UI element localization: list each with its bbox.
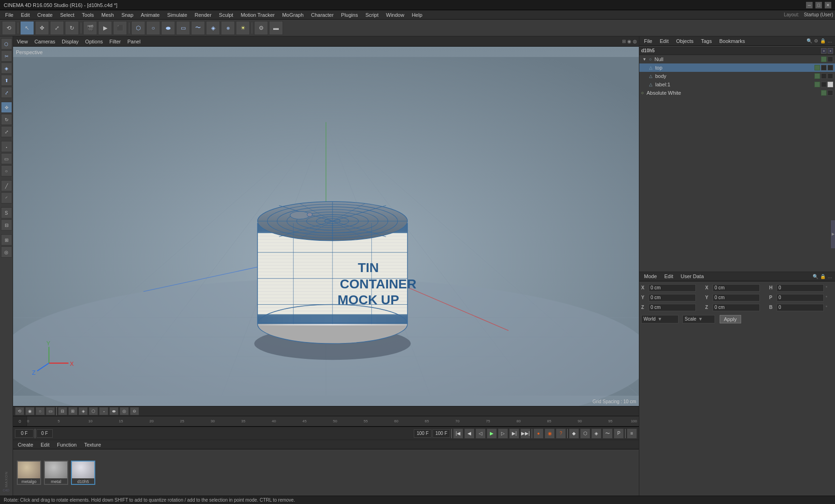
rp-tags[interactable]: Tags	[699, 38, 714, 44]
magnet-tool[interactable]: S	[1, 207, 12, 218]
p-button[interactable]: P	[614, 428, 624, 439]
render-region[interactable]: 🎬	[83, 21, 97, 35]
h-value-field[interactable]: 0	[777, 284, 824, 292]
vp-panel-menu[interactable]: Panel	[126, 38, 142, 45]
keyframe-remove[interactable]: ⬡	[580, 428, 590, 439]
rotate-mode[interactable]: ↻	[1, 114, 12, 125]
anim-tool-11[interactable]: ◎	[120, 407, 129, 415]
vp-filter-menu[interactable]: Filter	[107, 38, 122, 45]
render-view[interactable]: ▶	[98, 21, 112, 35]
step-forward-button[interactable]: ▷	[498, 428, 508, 439]
anim-tool-6[interactable]: ⊞	[68, 407, 78, 415]
tree-item-body[interactable]: △ body	[639, 72, 835, 80]
menu-file[interactable]: File	[2, 11, 17, 19]
scale-system-dropdown[interactable]: Scale ▼	[682, 315, 715, 323]
plane-primitive[interactable]: ▭	[176, 21, 190, 35]
b-value-field[interactable]: 0	[777, 304, 824, 311]
mat-edit[interactable]: Edit	[39, 441, 51, 448]
anim-tool-12[interactable]: ⊖	[130, 407, 139, 415]
menu-snap[interactable]: Snap	[118, 11, 137, 19]
cube-primitive[interactable]: ⬡	[131, 21, 145, 35]
vp-view-menu[interactable]: View	[15, 38, 30, 45]
vp-cameras-menu[interactable]: Cameras	[33, 38, 57, 45]
anim-tool-7[interactable]: ◈	[78, 407, 88, 415]
coord-system-dropdown[interactable]: World ▼	[641, 315, 679, 323]
vp-display-menu[interactable]: Display	[60, 38, 80, 45]
null-vis-tag[interactable]	[821, 56, 827, 62]
body-tag-1[interactable]	[821, 73, 827, 79]
tree-item-abswhite[interactable]: ○ Absolute White	[639, 89, 835, 97]
null-tag-1[interactable]	[828, 56, 833, 62]
close-button[interactable]: ✕	[825, 2, 831, 8]
anim-tool-2[interactable]: ◉	[25, 407, 35, 415]
anim-tool-1[interactable]: ⟲	[15, 407, 24, 415]
abswhite-vis-tag[interactable]	[821, 90, 827, 96]
mat-texture[interactable]: Texture	[82, 441, 103, 448]
rp-bookmarks[interactable]: Bookmarks	[717, 38, 747, 44]
menu-motiontracker[interactable]: Motion Tracker	[237, 11, 278, 19]
anim-tool-3[interactable]: ○	[35, 407, 45, 415]
floor-tool[interactable]: ▬	[269, 21, 283, 35]
undo-button[interactable]: ⟲	[2, 21, 16, 35]
menu-edit[interactable]: Edit	[18, 11, 33, 19]
rect-select[interactable]: ▭	[1, 153, 12, 164]
menu-tools[interactable]: Tools	[78, 11, 97, 19]
bridge-tool[interactable]: ⤤	[1, 87, 12, 98]
sy-value-field[interactable]: 0 cm	[713, 294, 760, 301]
light-tool[interactable]: ☀	[236, 21, 250, 35]
anim-tool-4[interactable]: ▭	[46, 407, 55, 415]
go-to-start-button[interactable]: |◀	[453, 428, 463, 439]
menu-mograph[interactable]: MoGraph	[279, 11, 307, 19]
sz-value-field[interactable]: 0 cm	[713, 304, 760, 311]
p-value-field[interactable]: 0	[777, 294, 824, 301]
right-panel-collapse-tab[interactable]: ▶	[830, 220, 835, 248]
key-button[interactable]: ?	[556, 428, 566, 439]
rotate-tool[interactable]: ↻	[65, 21, 79, 35]
live-select[interactable]: ⬩	[1, 141, 12, 152]
vp-options-menu[interactable]: Options	[83, 38, 105, 45]
menu-script[interactable]: Script	[362, 11, 382, 19]
draw-line[interactable]: ╱	[1, 180, 12, 191]
body-vis-tag[interactable]	[814, 73, 820, 79]
maximize-button[interactable]: □	[815, 2, 822, 8]
top-tag-2[interactable]	[828, 65, 833, 70]
menu-help[interactable]: Help	[409, 11, 426, 19]
keyframe-add[interactable]: ◆	[569, 428, 579, 439]
attr-edit[interactable]: Edit	[663, 273, 675, 280]
lattice-tool[interactable]: ⊞	[1, 234, 12, 245]
knife-tool[interactable]: ✂	[1, 50, 12, 62]
anim-tool-5[interactable]: ⊟	[58, 407, 67, 415]
top-tag-1[interactable]	[821, 65, 827, 70]
menu-animate[interactable]: Animate	[138, 11, 163, 19]
move-mode[interactable]: ✥	[1, 102, 12, 113]
step-back-button[interactable]: ◀	[464, 428, 474, 439]
tree-item-top[interactable]: △ top	[639, 63, 835, 72]
material-swatch-d10h5[interactable]: d10h5	[71, 461, 95, 485]
motion-path[interactable]: 〜	[602, 428, 613, 439]
mat-create[interactable]: Create	[16, 441, 35, 448]
poly-pen-tool[interactable]: ⬡	[1, 38, 12, 49]
label1-tag-1[interactable]	[821, 82, 827, 87]
label1-tag-2[interactable]	[828, 82, 833, 87]
tree-item-label1[interactable]: △ label:1	[639, 80, 835, 89]
current-frame-input[interactable]	[15, 429, 34, 438]
nurbs-tool[interactable]: ◈	[206, 21, 220, 35]
cylinder-primitive[interactable]: ⬬	[161, 21, 175, 35]
timeline-bar[interactable]: 0 0 5 10 15 20 25 30 35 40 45 50 55 60 6…	[13, 416, 639, 427]
keyframe-sel[interactable]: ◈	[591, 428, 601, 439]
scale-tool[interactable]: ⤢	[50, 21, 64, 35]
rp-objects[interactable]: Objects	[674, 38, 695, 44]
soft-select[interactable]: ◎	[1, 246, 12, 258]
z-value-field[interactable]: 0 cm	[649, 304, 696, 311]
sphere-primitive[interactable]: ○	[146, 21, 160, 35]
start-frame-input[interactable]	[36, 429, 53, 438]
timeline-options[interactable]: ≡	[627, 428, 637, 439]
menu-window[interactable]: Window	[383, 11, 408, 19]
attr-mode[interactable]: Mode	[642, 273, 659, 280]
extrude-tool[interactable]: ⬆	[1, 75, 12, 86]
play-button[interactable]: ▶	[487, 428, 497, 439]
viewport-canvas[interactable]: Perspective	[13, 47, 639, 406]
minimize-button[interactable]: ─	[806, 2, 813, 8]
body-tag-2[interactable]	[828, 73, 833, 79]
move-tool[interactable]: ✥	[35, 21, 49, 35]
